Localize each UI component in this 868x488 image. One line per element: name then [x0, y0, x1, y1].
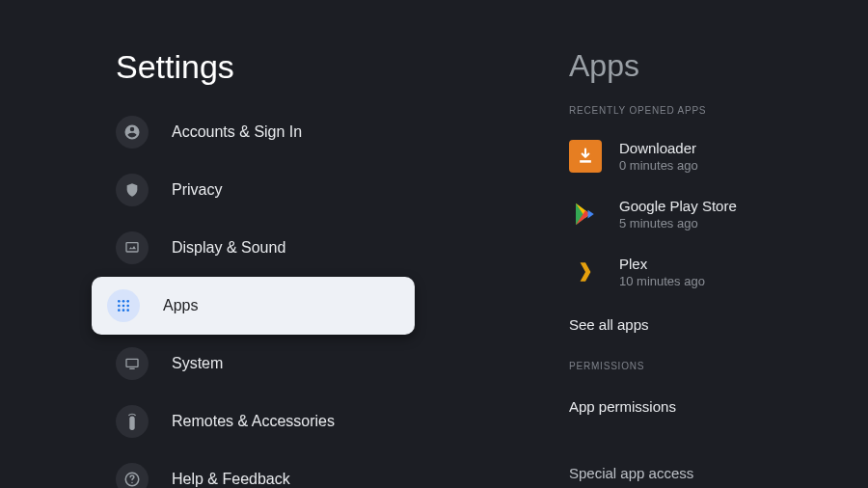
app-subtext: 5 minutes ago — [619, 216, 737, 230]
svg-point-1 — [118, 300, 121, 303]
svg-point-4 — [118, 305, 121, 308]
svg-point-7 — [118, 309, 121, 312]
svg-point-9 — [126, 309, 129, 312]
svg-rect-10 — [126, 359, 138, 366]
sidebar-item-label: Display & Sound — [172, 239, 285, 257]
play-store-icon — [569, 198, 602, 230]
app-name: Downloader — [619, 140, 698, 156]
downloader-icon — [569, 140, 602, 173]
account-circle-icon — [116, 116, 149, 149]
sidebar-item-privacy[interactable]: Privacy — [0, 161, 453, 219]
page-title: Settings — [116, 48, 453, 86]
apps-panel: Apps RECENTLY OPENED APPS Downloader 0 m… — [453, 0, 868, 488]
plex-icon — [569, 256, 602, 288]
svg-rect-15 — [580, 160, 591, 163]
help-icon — [116, 463, 149, 488]
sidebar-item-label: Accounts & Sign In — [172, 123, 302, 141]
sidebar-item-label: Privacy — [172, 181, 222, 199]
sidebar-item-apps[interactable]: Apps — [92, 277, 415, 335]
sidebar-item-label: System — [172, 355, 223, 372]
svg-point-2 — [122, 300, 125, 303]
special-app-access-link[interactable]: Special app access — [569, 449, 693, 488]
svg-point-3 — [126, 300, 129, 303]
app-subtext: 0 minutes ago — [619, 158, 698, 173]
settings-sidebar: Settings Accounts & Sign In Privacy Disp… — [0, 0, 453, 488]
app-subtext: 10 minutes ago — [619, 274, 705, 288]
remote-icon — [116, 405, 149, 438]
app-row-plex[interactable]: Plex 10 minutes ago — [569, 243, 829, 301]
sidebar-item-label: Remotes & Accessories — [172, 413, 335, 430]
shield-icon — [116, 174, 149, 206]
image-icon — [116, 231, 149, 264]
app-row-play-store[interactable]: Google Play Store 5 minutes ago — [569, 185, 829, 243]
section-header-permissions: PERMISSIONS — [569, 361, 829, 371]
settings-menu: Accounts & Sign In Privacy Display & Sou… — [0, 103, 453, 488]
svg-point-5 — [122, 305, 125, 308]
tv-icon — [116, 347, 149, 380]
apps-grid-icon — [107, 289, 140, 322]
sidebar-item-help[interactable]: Help & Feedback — [0, 450, 453, 488]
sidebar-item-system[interactable]: System — [0, 335, 453, 393]
svg-point-8 — [122, 309, 125, 312]
sidebar-item-label: Apps — [163, 297, 198, 314]
sidebar-item-remotes[interactable]: Remotes & Accessories — [0, 393, 453, 450]
svg-rect-0 — [126, 243, 138, 252]
app-name: Plex — [619, 256, 705, 272]
see-all-apps-link[interactable]: See all apps — [569, 301, 829, 347]
panel-title: Apps — [569, 48, 829, 84]
svg-point-6 — [126, 305, 129, 308]
svg-rect-12 — [129, 417, 134, 430]
sidebar-item-label: Help & Feedback — [172, 471, 290, 488]
sidebar-item-accounts[interactable]: Accounts & Sign In — [0, 103, 453, 161]
section-header-recent: RECENTLY OPENED APPS — [569, 105, 829, 116]
app-permissions-link[interactable]: App permissions — [569, 383, 829, 429]
svg-point-14 — [131, 482, 133, 484]
sidebar-item-display-sound[interactable]: Display & Sound — [0, 219, 453, 277]
app-row-downloader[interactable]: Downloader 0 minutes ago — [569, 127, 829, 185]
app-name: Google Play Store — [619, 198, 737, 214]
